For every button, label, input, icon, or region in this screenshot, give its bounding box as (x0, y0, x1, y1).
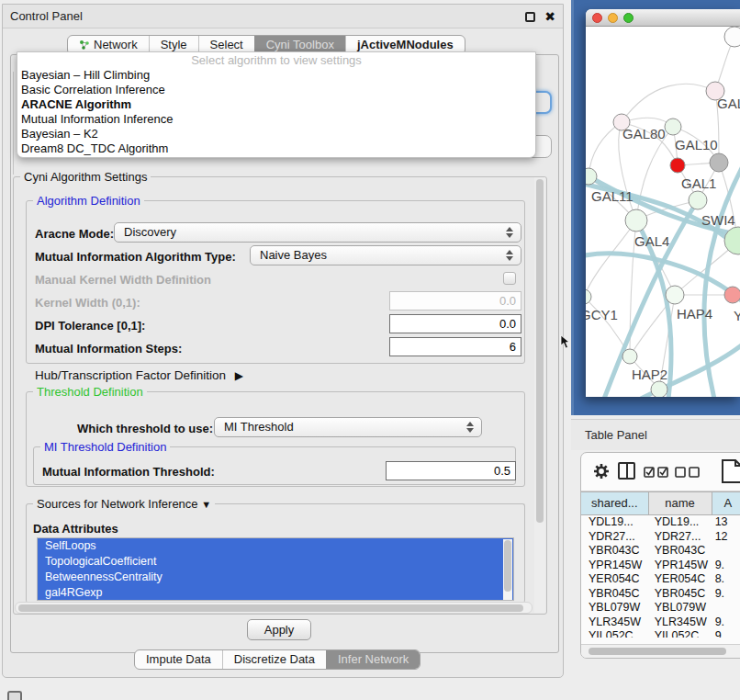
data-attribute-item[interactable]: gal4RGexp (38, 585, 513, 601)
table-cell: YBR045C (581, 587, 649, 602)
which-threshold-combo[interactable]: MI Threshold (214, 417, 482, 437)
dpi-tolerance-label: DPI Tolerance [0,1]: (35, 319, 145, 333)
cyni-settings-group-title: Cyni Algorithm Settings (20, 171, 151, 183)
node-label: HAP2 (632, 367, 667, 382)
table-row[interactable]: YLR345WYLR345W9. (581, 615, 740, 630)
kernel-width-field[interactable] (389, 291, 521, 310)
algorithm-option[interactable]: Mutual Information Inference (17, 112, 535, 127)
sources-group-title[interactable]: Sources for Network Inference ▼ (33, 498, 215, 511)
network-window-titlebar[interactable] (586, 9, 740, 27)
network-edge[interactable] (589, 122, 622, 176)
bottom-tab-impute-data[interactable]: Impute Data (135, 650, 222, 669)
gear-icon[interactable] (592, 462, 611, 480)
table-panel-card: shared...nameA YDL19...YDL19...13YDR27..… (580, 452, 740, 659)
export-table-icon[interactable] (721, 458, 740, 484)
algorithm-dropdown-placeholder: Select algorithm to view settings (17, 52, 535, 68)
network-tab-icon (79, 40, 90, 51)
node-label: GAL1 (681, 175, 716, 191)
table-column-header[interactable]: name (649, 491, 712, 515)
data-attributes-label: Data Attributes (33, 522, 118, 536)
settings-horizontal-scrollbar[interactable] (15, 602, 533, 614)
table-row[interactable]: YBL079WYBL079W (581, 601, 740, 615)
table-row[interactable]: YDL19...YDL19...13 (581, 515, 740, 530)
table-row[interactable]: YER054CYER054C8. (581, 572, 740, 587)
list-vertical-scrollbar[interactable] (503, 539, 512, 601)
aracne-mode-combo[interactable]: Discovery (114, 222, 521, 243)
mi-steps-field[interactable] (389, 337, 521, 356)
node-label: GAL80 (622, 126, 666, 141)
node-label: GAL (717, 96, 740, 111)
table-column-header[interactable]: shared... (581, 491, 649, 515)
clipped-grid-icon[interactable] (7, 691, 22, 700)
table-row[interactable]: YBR043CYBR043C (581, 544, 740, 559)
node-label: GAL11 (591, 188, 633, 204)
network-node-gal10[interactable] (665, 119, 681, 135)
node-label: Y (734, 308, 740, 323)
bottom-tab-discretize-data[interactable]: Discretize Data (222, 650, 326, 669)
network-node[interactable] (724, 27, 740, 47)
apply-button[interactable]: Apply (247, 619, 311, 640)
network-node-gcy1[interactable] (586, 289, 591, 304)
algorithm-option[interactable]: Dream8 DC_TDC Algorithm (17, 141, 535, 156)
table-cell: YER054C (581, 572, 649, 587)
network-edge[interactable] (622, 84, 715, 122)
dpi-tolerance-field[interactable] (389, 314, 521, 333)
table-row[interactable]: YDR27...YDR27...12 (581, 530, 740, 545)
unselect-all-columns-icon[interactable] (675, 466, 701, 478)
network-graph: GALGAL80GAL10GAL1SWI4GAL11GAL4GCY1HAP4YH… (586, 27, 740, 397)
table-row[interactable]: YPR145WYPR145W9. (581, 559, 740, 573)
data-attribute-item[interactable]: SelfLoops (38, 538, 513, 554)
table-cell: 8. (712, 572, 740, 587)
table-cell: YDL19... (649, 515, 712, 530)
table-cell: YLR345W (649, 615, 712, 630)
settings-vertical-scrollbar[interactable] (534, 177, 545, 613)
manual-kernel-width-checkbox[interactable] (503, 272, 516, 285)
mi-algorithm-type-combo[interactable]: Naive Bayes (250, 245, 521, 265)
table-row[interactable]: YIL052CYIL052C9 (581, 629, 740, 638)
node-label: GAL10 (675, 137, 718, 152)
network-node-gal1[interactable] (670, 158, 685, 173)
select-all-columns-icon[interactable] (644, 466, 669, 478)
combo-arrows-icon (506, 249, 514, 262)
algorithm-option[interactable]: Bayesian – K2 (17, 127, 535, 141)
data-attribute-item[interactable]: BetweennessCentrality (38, 570, 513, 585)
network-node[interactable] (710, 153, 728, 172)
hub-definition-toggle[interactable]: Hub/Transcription Factor Definition ▶ (35, 368, 243, 383)
data-attribute-item[interactable]: TopologicalCoefficient (38, 554, 513, 570)
network-node[interactable] (651, 381, 667, 397)
network-node-y[interactable] (724, 287, 740, 303)
data-attributes-list: SelfLoopsTopologicalCoefficientBetweenne… (37, 537, 514, 601)
close-icon[interactable]: ✖ (544, 8, 555, 25)
network-node-hap4[interactable] (666, 286, 684, 304)
columns-icon[interactable] (618, 462, 635, 480)
table-cell: 9. (712, 559, 740, 573)
algorithm-option[interactable]: Bayesian – Hill Climbing (17, 68, 535, 83)
table-cell: 12 (712, 530, 740, 545)
control-panel-title: Control Panel (10, 5, 83, 28)
table-horizontal-scrollbar[interactable] (581, 644, 740, 658)
table-column-header[interactable]: A (712, 491, 740, 515)
mi-steps-label: Mutual Information Steps: (35, 342, 182, 356)
table-cell: YBR043C (581, 544, 649, 559)
mi-threshold-label: Mutual Information Threshold: (42, 465, 215, 480)
algorithm-option[interactable]: Basic Correlation Inference (17, 83, 535, 97)
network-desktop: GALGAL80GAL10GAL1SWI4GAL11GAL4GCY1HAP4YH… (571, 0, 740, 415)
mi-threshold-field[interactable] (386, 461, 516, 480)
network-node-hap2[interactable] (622, 349, 637, 364)
network-node-gal4[interactable] (625, 209, 647, 231)
float-window-icon[interactable] (525, 12, 535, 22)
zoom-traffic-light-icon[interactable] (623, 13, 633, 23)
algorithm-dropdown-items: Bayesian – Hill ClimbingBasic Correlatio… (17, 68, 535, 156)
table-cell: 9. (712, 615, 740, 630)
network-edge[interactable] (586, 220, 636, 297)
algorithm-option[interactable]: ARACNE Algorithm (17, 97, 535, 112)
aracne-mode-value: Discovery (124, 223, 176, 242)
minimize-traffic-light-icon[interactable] (608, 13, 618, 23)
network-canvas[interactable]: GALGAL80GAL10GAL1SWI4GAL11GAL4GCY1HAP4YH… (586, 27, 740, 397)
bottom-tab-infer-network[interactable]: Infer Network (326, 650, 420, 669)
sources-title-text: Sources for Network Inference (37, 497, 198, 511)
algorithm-definition-title: Algorithm Definition (33, 195, 144, 207)
table-row[interactable]: YBR045CYBR045C9. (581, 587, 740, 602)
network-node-swi4[interactable] (689, 191, 707, 209)
close-traffic-light-icon[interactable] (592, 13, 602, 23)
